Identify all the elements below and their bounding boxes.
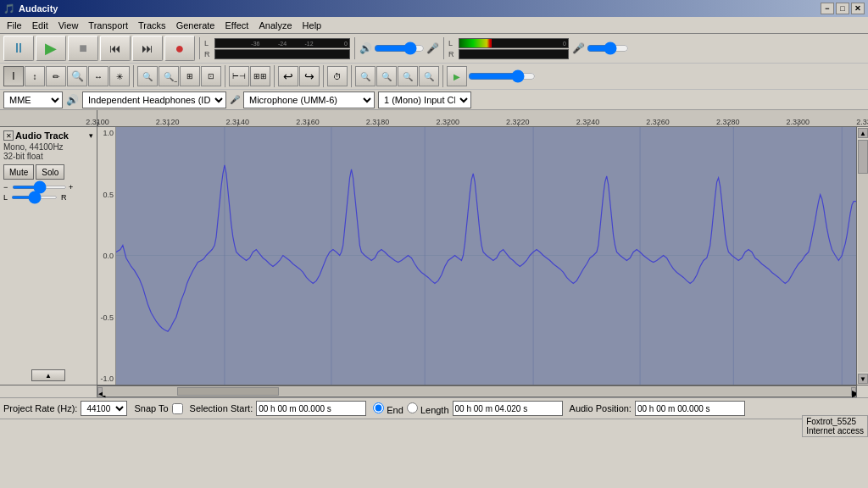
y-axis: 1.0 0.5 0.0 -0.5 -1.0 — [97, 127, 116, 385]
foxtrot-badge: Foxtrot_5525 Internet access — [802, 415, 868, 437]
hscroll-inner[interactable] — [103, 387, 851, 396]
stop-button[interactable]: ■ — [68, 36, 98, 61]
draw-tool-button[interactable]: ✏ — [46, 66, 66, 86]
audio-position-input[interactable] — [635, 401, 745, 416]
spkr-icon: 🔊 — [359, 42, 372, 54]
menubar-item-edit[interactable]: Edit — [27, 19, 53, 32]
vscroll-up-button[interactable]: ▲ — [858, 128, 868, 138]
playback-device-select[interactable]: Independent Headphones (ID1 — [82, 92, 226, 108]
waveform-svg — [116, 127, 856, 385]
zoom-norm-button[interactable]: 🔍 — [398, 66, 418, 86]
selection-end-input[interactable] — [453, 401, 563, 416]
pan-slider[interactable] — [11, 196, 58, 199]
pause-button[interactable]: ⏸ — [3, 36, 34, 61]
vertical-scrollbar[interactable]: ▲ ▼ — [856, 127, 868, 385]
vscroll-thumb[interactable] — [858, 140, 868, 174]
trim-button[interactable]: ⊢⊣ — [229, 66, 249, 86]
sep9 — [442, 65, 443, 87]
selection-start-input[interactable] — [256, 401, 366, 416]
sync-lock-button[interactable]: ⏱ — [327, 66, 348, 86]
ruler-tick-11: 2.3320 — [856, 118, 868, 126]
zoom-out2-button[interactable]: 🔍 — [376, 66, 397, 86]
hscroll-thumb[interactable] — [177, 387, 279, 396]
project-rate-select[interactable]: 44100 — [81, 401, 127, 416]
zoom-out-button[interactable]: 🔍− — [159, 66, 179, 86]
input-device-select[interactable]: Microphone (UMM-6) — [243, 92, 375, 108]
hscroll-track[interactable]: ◀ ▶ — [97, 386, 856, 396]
undo-button[interactable]: ↩ — [278, 66, 298, 86]
horizontal-scrollbar[interactable]: ◀ ▶ — [0, 385, 868, 397]
menubar-item-transport[interactable]: Transport — [83, 19, 133, 32]
gain-slider[interactable] — [12, 186, 67, 189]
next-button[interactable]: ⏭ — [132, 36, 163, 61]
prev-button[interactable]: ⏮ — [100, 36, 131, 61]
y-label-m1: -1.0 — [97, 374, 114, 383]
mic-icon: 🎤 — [426, 42, 439, 54]
input-volume-slider[interactable] — [587, 42, 629, 54]
input-vol-icon: 🎤 — [572, 42, 585, 54]
input-r-label: R — [448, 50, 457, 58]
timeshift-tool-button[interactable]: ↔ — [88, 66, 108, 86]
project-rate-group: Project Rate (Hz): 44100 — [3, 401, 127, 416]
menubar-item-generate[interactable]: Generate — [171, 19, 220, 32]
ruler-ticks: 2.31002.31202.31402.31602.31802.32002.32… — [97, 110, 868, 126]
app-icon: 🎵 — [3, 3, 15, 14]
input-meter-section: L 0 R — [448, 38, 569, 59]
zoom-tool-button[interactable]: 🔍 — [67, 66, 87, 86]
zoom-scroll-button[interactable]: 🔍 — [419, 66, 439, 86]
channels-select[interactable]: 1 (Mono) Input Ch — [378, 92, 471, 108]
mute-button[interactable]: Mute — [3, 164, 34, 180]
menubar-item-view[interactable]: View — [53, 19, 84, 32]
input-r-meter[interactable] — [459, 49, 569, 59]
record-button[interactable]: ● — [164, 36, 195, 61]
menubar: FileEditViewTransportTracksGenerateEffec… — [0, 17, 868, 34]
track-header: ✕ Audio Track ▾ Mono, 44100Hz 32-bit flo… — [0, 127, 97, 385]
waveform-area[interactable] — [116, 127, 856, 385]
gain-min-label: − — [3, 183, 10, 191]
zoom-sel-button[interactable]: ⊞ — [180, 66, 200, 86]
menubar-item-file[interactable]: File — [2, 19, 27, 32]
redo-button[interactable]: ↪ — [299, 66, 320, 86]
sep4 — [133, 65, 134, 87]
envelope-tool-button[interactable]: ↕ — [25, 66, 45, 86]
end-radio[interactable] — [373, 402, 384, 413]
output-volume-slider[interactable] — [374, 42, 425, 54]
menubar-item-effect[interactable]: Effect — [220, 19, 254, 32]
output-l-meter[interactable]: -36 -24 -12 0 — [214, 38, 350, 48]
play-button[interactable]: ▶ — [36, 36, 66, 61]
output-r-meter[interactable] — [214, 49, 350, 59]
menubar-item-help[interactable]: Help — [298, 19, 327, 32]
zoom-in2-button[interactable]: 🔍 — [355, 66, 376, 86]
track-close-button[interactable]: ✕ — [3, 130, 14, 141]
host-select[interactable]: MME — [3, 92, 63, 108]
snap-to-checkbox[interactable] — [172, 403, 183, 414]
silence-button[interactable]: ⊞⊞ — [250, 66, 270, 86]
track-name: Audio Track — [15, 130, 87, 141]
sep1 — [199, 37, 200, 59]
minimize-button[interactable]: − — [821, 3, 834, 14]
play-button2[interactable]: ▶ — [447, 66, 467, 86]
sep7 — [323, 65, 324, 87]
selection-tool-button[interactable]: I — [3, 66, 24, 86]
transport-toolbar: ⏸ ▶ ■ ⏮ ⏭ ● L -36 -24 -12 0 — [0, 34, 868, 64]
menubar-item-tracks[interactable]: Tracks — [133, 19, 171, 32]
maximize-button[interactable]: □ — [836, 3, 849, 14]
vscroll-track[interactable] — [858, 140, 868, 372]
playback-speed-slider[interactable] — [468, 70, 536, 82]
ruler-pad — [0, 110, 97, 126]
length-radio[interactable] — [407, 402, 418, 413]
solo-button[interactable]: Solo — [36, 164, 64, 180]
track-dropdown-button[interactable]: ▾ — [89, 131, 93, 140]
vscroll-down-button[interactable]: ▼ — [858, 374, 868, 384]
selection-start-group: Selection Start: — [190, 401, 367, 416]
output-meter-section: L -36 -24 -12 0 R — [204, 38, 350, 59]
collapse-button[interactable]: ▲ — [31, 369, 65, 381]
menubar-item-analyze[interactable]: Analyze — [253, 19, 297, 32]
zoom-in-button[interactable]: 🔍 — [137, 66, 158, 86]
window-controls: − □ ✕ — [821, 3, 865, 14]
input-l-meter[interactable]: 0 — [459, 38, 569, 48]
sep6 — [274, 65, 275, 87]
zoom-fit-button[interactable]: ⊡ — [201, 66, 221, 86]
multi-tool-button[interactable]: ✳ — [109, 66, 130, 86]
close-button[interactable]: ✕ — [851, 3, 865, 14]
